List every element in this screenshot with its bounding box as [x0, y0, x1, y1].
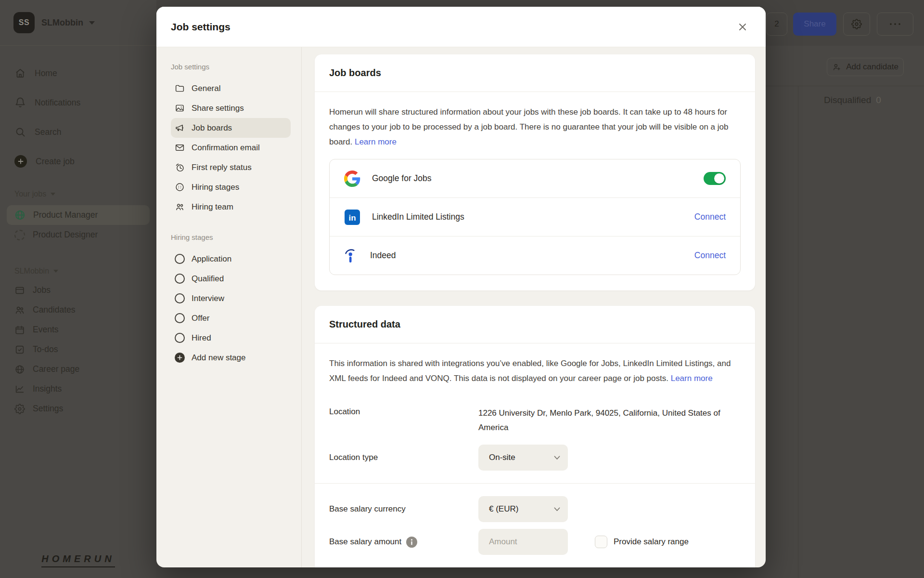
sidebar-item-notifications[interactable]: Notifications [0, 91, 156, 115]
plus-circle-icon [175, 353, 185, 363]
column-divider [798, 86, 798, 578]
stage-item-offer[interactable]: Offer [171, 308, 291, 328]
megaphone-icon [175, 123, 185, 133]
stage-label: Interview [192, 294, 224, 303]
folder-icon [175, 83, 185, 93]
sidebar-item-search[interactable]: Search [0, 120, 156, 144]
window-icon [14, 285, 25, 296]
card-title: Structured data [315, 306, 755, 343]
workspace-switcher[interactable]: SS SLMobbin [0, 0, 156, 46]
stage-item-interview[interactable]: Interview [171, 289, 291, 308]
close-button[interactable] [734, 18, 751, 36]
nav-item-confirmation-email[interactable]: Confirmation email [171, 138, 291, 158]
stage-label: Application [192, 254, 231, 264]
currency-label: Base salary currency [329, 504, 478, 514]
add-candidate-button[interactable]: Add candidate [827, 58, 904, 76]
sidebar-item-label: Insights [33, 384, 62, 394]
nav-item-first-reply-status[interactable]: First reply status [171, 158, 291, 177]
chevron-down-icon [53, 270, 58, 273]
column-title: Disqualified [824, 95, 871, 105]
draft-circle-icon [14, 230, 25, 240]
sidebar-item-label: Career page [33, 364, 79, 374]
info-icon[interactable] [406, 537, 417, 548]
share-label: Share [804, 19, 825, 29]
sidebar-job-product-designer[interactable]: Product Designer [0, 225, 156, 245]
stage-item-qualified[interactable]: Qualified [171, 269, 291, 289]
structured-data-card: Structured data This information is shar… [315, 306, 755, 567]
sidebar-job-product-manager[interactable]: Product Manager [7, 205, 150, 225]
sidebar-item-todos[interactable]: To-dos [0, 340, 156, 359]
learn-more-link[interactable]: Learn more [671, 374, 713, 383]
share-button[interactable]: Share [793, 13, 836, 36]
location-type-label: Location type [329, 453, 478, 462]
workspace-avatar: SS [13, 12, 35, 33]
add-candidate-label: Add candidate [846, 62, 898, 72]
provide-salary-range-checkbox[interactable] [595, 536, 607, 548]
structured-data-description: This information is shared with integrat… [329, 356, 741, 386]
nav-item-hiring-team[interactable]: Hiring team [171, 197, 291, 217]
section-label: SLMobbin [14, 267, 49, 276]
location-type-row: Location type On-site [329, 445, 741, 471]
board-row-google: Google for Jobs [330, 159, 740, 197]
stage-label: Offer [192, 314, 209, 323]
more-options-button[interactable] [877, 13, 913, 36]
nav-item-job-boards[interactable]: Job boards [171, 118, 291, 138]
gear-icon [14, 404, 25, 414]
location-row: Location 1226 University Dr, Menlo Park,… [329, 406, 741, 435]
sidebar-item-events[interactable]: Events [0, 320, 156, 340]
board-name: Google for Jobs [372, 173, 692, 184]
amount-input[interactable] [478, 529, 568, 555]
sidebar-item-career-page[interactable]: Career page [0, 359, 156, 379]
nav-item-share-settings[interactable]: Share settings [171, 98, 291, 118]
workspace-section[interactable]: SLMobbin [0, 267, 156, 276]
sidebar-item-label: Events [33, 325, 59, 335]
google-logo-icon [344, 171, 360, 187]
modal-content[interactable]: Job boards Homerun will share structured… [302, 47, 766, 567]
job-boards-card: Job boards Homerun will share structured… [315, 54, 755, 290]
google-for-jobs-toggle[interactable] [704, 172, 726, 185]
learn-more-link[interactable]: Learn more [355, 137, 397, 146]
close-icon [738, 22, 747, 32]
your-jobs-section[interactable]: Your jobs [0, 190, 156, 198]
settings-gear-button[interactable] [843, 13, 870, 36]
search-icon [14, 126, 26, 138]
kanban-column-header: Disqualified 0 [824, 95, 881, 105]
sidebar-item-label: Jobs [33, 285, 51, 295]
bell-icon [14, 97, 26, 108]
envelope-icon [175, 143, 185, 153]
count-badge-button[interactable]: 2 [766, 13, 787, 36]
add-new-stage-button[interactable]: Add new stage [171, 348, 291, 368]
stages-circle-icon [175, 182, 185, 192]
add-stage-label: Add new stage [192, 353, 245, 363]
selected-value: On-site [489, 453, 515, 462]
sidebar-item-settings[interactable]: Settings [0, 399, 156, 419]
location-type-select[interactable]: On-site [478, 445, 568, 471]
section-label: Your jobs [14, 190, 46, 198]
stage-label: Hired [192, 333, 211, 343]
sidebar-item-jobs[interactable]: Jobs [0, 280, 156, 300]
sidebar-item-create-job[interactable]: Create job [0, 149, 156, 173]
currency-select[interactable]: € (EUR) [478, 496, 568, 522]
image-icon [175, 103, 185, 113]
count-badge: 2 [774, 19, 779, 29]
chart-icon [14, 384, 25, 394]
gear-icon [851, 19, 862, 29]
checkbox-icon [14, 344, 25, 355]
sidebar-item-candidates[interactable]: Candidates [0, 300, 156, 320]
sidebar: SS SLMobbin Home Notifications [0, 0, 156, 578]
nav-item-general[interactable]: General [171, 79, 291, 98]
nav-item-hiring-stages[interactable]: Hiring stages [171, 177, 291, 197]
stage-item-application[interactable]: Application [171, 249, 291, 269]
plus-circle-icon [14, 155, 27, 168]
linkedin-connect-link[interactable]: Connect [694, 212, 726, 222]
sidebar-item-label: Home [35, 68, 57, 79]
sidebar-item-label: Settings [33, 404, 63, 414]
stage-item-hired[interactable]: Hired [171, 328, 291, 348]
indeed-connect-link[interactable]: Connect [694, 250, 726, 261]
sidebar-item-insights[interactable]: Insights [0, 379, 156, 399]
sidebar-item-home[interactable]: Home [0, 61, 156, 85]
nav-item-label: Hiring stages [192, 183, 239, 192]
salary-range-label: Provide salary range [614, 537, 689, 547]
person-add-icon [832, 63, 841, 72]
nav-item-label: Share settings [192, 104, 244, 113]
